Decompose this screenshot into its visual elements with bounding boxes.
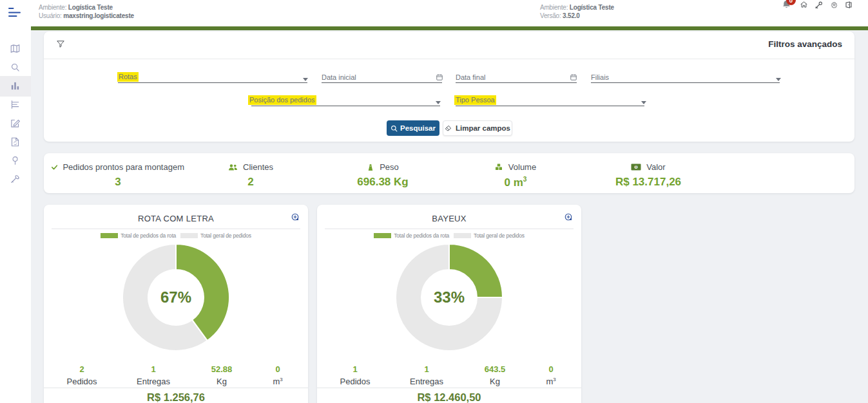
svg-text:0: 0 (635, 165, 637, 169)
